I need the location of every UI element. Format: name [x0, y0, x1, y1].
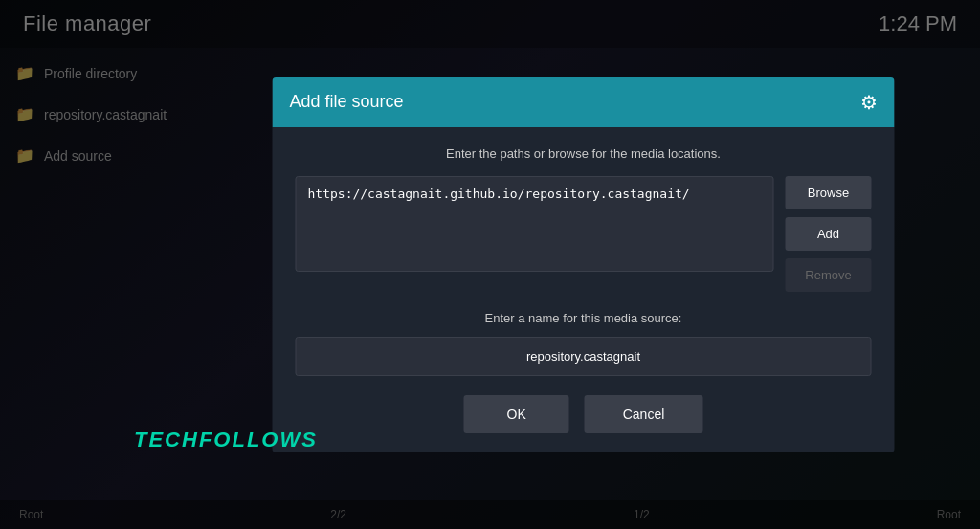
- watermark: TECHFOLLOWS: [134, 428, 318, 452]
- url-action-buttons: Browse Add Remove: [786, 176, 872, 292]
- name-instruction: Enter a name for this media source:: [296, 311, 872, 325]
- dialog-header: Add file source ⚙: [273, 77, 895, 127]
- url-section: https://castagnait.github.io/repository.…: [296, 176, 872, 292]
- kodi-icon: ⚙: [860, 91, 878, 114]
- remove-button[interactable]: Remove: [786, 258, 872, 292]
- cancel-button[interactable]: Cancel: [585, 395, 703, 433]
- add-button[interactable]: Add: [786, 217, 872, 251]
- dialog-body: Enter the paths or browse for the media …: [273, 127, 895, 452]
- add-file-source-dialog: Add file source ⚙ Enter the paths or bro…: [273, 77, 895, 452]
- dialog-instruction: Enter the paths or browse for the media …: [296, 146, 872, 161]
- url-input[interactable]: https://castagnait.github.io/repository.…: [296, 176, 774, 272]
- dialog-action-buttons: OK Cancel: [296, 395, 872, 433]
- browse-button[interactable]: Browse: [786, 176, 872, 209]
- dialog-title: Add file source: [290, 92, 404, 112]
- media-source-name-input[interactable]: [296, 337, 872, 376]
- ok-button[interactable]: OK: [464, 395, 569, 433]
